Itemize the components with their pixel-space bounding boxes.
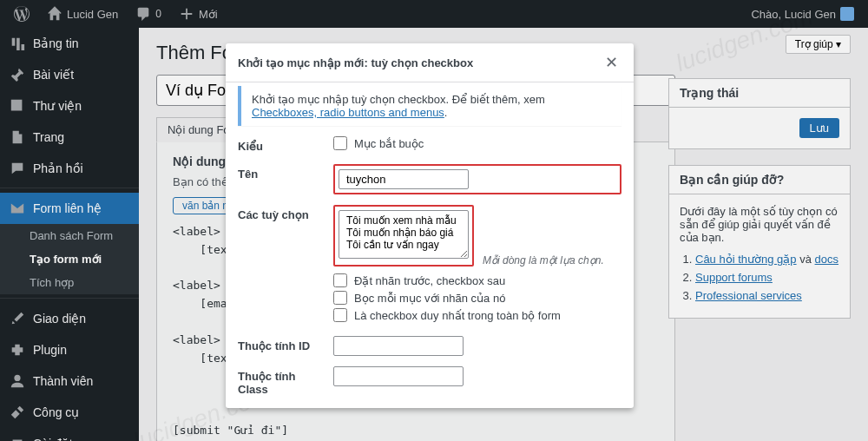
name-label: Tên <box>238 164 325 181</box>
modal-notice: Khởi tạo mục nhập tuỳ chọn checkbox. Để … <box>238 86 621 126</box>
modal-title: Khởi tạo mục nhập mới: tuỳ chọn checkbox <box>238 56 473 69</box>
label-first-checkbox[interactable]: Đặt nhãn trước, checkbox sau <box>333 273 621 287</box>
exclusive-checkbox[interactable]: Là checkbox duy nhất trong toàn bộ form <box>333 308 621 322</box>
class-input[interactable] <box>333 366 464 386</box>
wrap-label-checkbox[interactable]: Bọc mỗi mục với nhãn của nó <box>333 291 621 305</box>
options-textarea[interactable]: Tôi muốn xem nhà mẫu Tôi muốn nhận báo g… <box>339 210 469 259</box>
type-label: Kiểu <box>238 136 325 153</box>
required-checkbox[interactable]: Mục bắt buộc <box>333 136 621 150</box>
options-label: Các tuỳ chọn <box>238 205 325 221</box>
id-input[interactable] <box>333 336 464 356</box>
field-generator-modal: Khởi tạo mục nhập mới: tuỳ chọn checkbox… <box>226 43 634 408</box>
class-label: Thuộc tính Class <box>238 366 325 396</box>
options-hint: Mỗi dòng là một lựa chọn. <box>483 254 604 267</box>
name-input[interactable] <box>339 169 469 189</box>
close-icon[interactable]: ✕ <box>601 52 621 73</box>
id-label: Thuộc tính ID <box>238 336 325 352</box>
docs-link[interactable]: Checkboxes, radio buttons and menus <box>252 106 444 119</box>
